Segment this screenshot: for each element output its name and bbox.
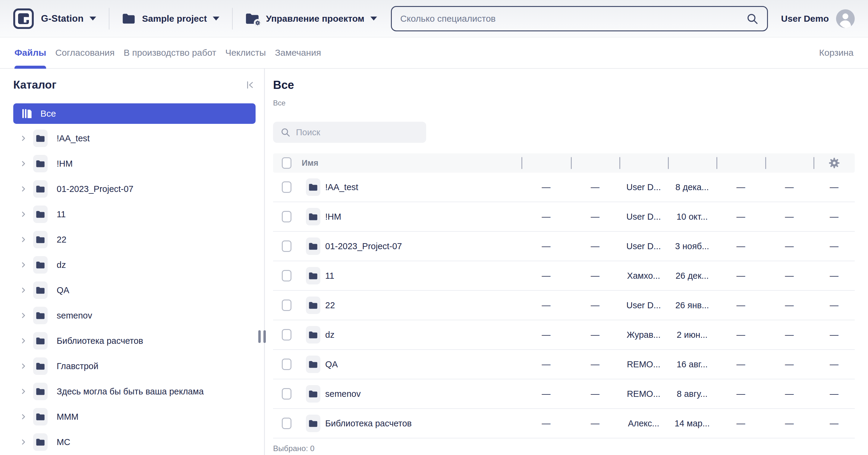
tree-folder-item[interactable]: Главстрой bbox=[13, 353, 255, 379]
global-search-input[interactable] bbox=[400, 13, 746, 24]
row-checkbox[interactable] bbox=[282, 211, 291, 222]
tab[interactable]: Чеклисты bbox=[225, 37, 266, 68]
row-cell-date: 3 нояб... bbox=[668, 241, 716, 251]
chevron-right-icon[interactable] bbox=[19, 286, 28, 294]
tree-folder-item[interactable]: МС bbox=[13, 429, 255, 455]
breadcrumb[interactable]: Все bbox=[273, 99, 855, 107]
tab[interactable]: Замечания bbox=[275, 37, 321, 68]
column-resize-handle[interactable] bbox=[716, 157, 717, 169]
row-cell: — bbox=[765, 271, 813, 281]
table-row[interactable]: semenov — — REMO... 8 авгу... — — — bbox=[273, 379, 855, 409]
table-row[interactable]: QA — — REMO... 16 авг... — — — bbox=[273, 350, 855, 379]
tree-folder-item[interactable]: !AA_test bbox=[13, 126, 255, 151]
search-icon[interactable] bbox=[746, 12, 758, 25]
chevron-right-icon[interactable] bbox=[19, 387, 28, 396]
tree-folder-item[interactable]: 11 bbox=[13, 202, 255, 227]
row-checkbox[interactable] bbox=[282, 388, 291, 399]
row-name[interactable]: QA bbox=[325, 359, 338, 369]
tree-folder-item[interactable]: dz bbox=[13, 252, 255, 278]
tree-folder-item[interactable]: semenov bbox=[13, 303, 255, 328]
chevron-right-icon[interactable] bbox=[19, 261, 28, 269]
chevron-right-icon[interactable] bbox=[19, 413, 28, 421]
chevron-right-icon[interactable] bbox=[19, 438, 28, 446]
row-checkbox[interactable] bbox=[282, 270, 291, 282]
column-resize-handle[interactable] bbox=[521, 157, 522, 169]
chevron-right-icon[interactable] bbox=[19, 311, 28, 320]
avatar[interactable] bbox=[836, 9, 855, 28]
gear-icon[interactable] bbox=[828, 156, 841, 170]
column-resize-handle[interactable] bbox=[813, 157, 814, 169]
tree-folder-item[interactable]: Здесь могла бы быть ваша реклама bbox=[13, 379, 255, 404]
row-cell: — bbox=[521, 271, 571, 281]
column-resize-handle[interactable] bbox=[571, 157, 572, 169]
chevron-right-icon[interactable] bbox=[19, 159, 28, 168]
tab[interactable]: В производство работ bbox=[124, 37, 216, 68]
table-row[interactable]: dz — — Журав... 2 июн... — — — bbox=[273, 320, 855, 350]
table-row[interactable]: !HM — — User D... 10 окт... — — — bbox=[273, 202, 855, 232]
tab[interactable]: Согласования bbox=[55, 37, 115, 68]
row-name[interactable]: 11 bbox=[325, 271, 334, 281]
row-name[interactable]: 01-2023_Project-07 bbox=[325, 241, 402, 251]
app-name: G-Station bbox=[41, 13, 84, 24]
row-cell-date: 14 мар... bbox=[668, 419, 716, 428]
chevron-right-icon[interactable] bbox=[19, 235, 28, 244]
collapse-panel-icon[interactable] bbox=[245, 79, 255, 90]
row-cell: — bbox=[571, 241, 619, 251]
row-name[interactable]: Библиотека расчетов bbox=[325, 419, 412, 428]
tab[interactable]: Файлы bbox=[14, 37, 46, 68]
folder-tree: !AA_test !HM bbox=[13, 126, 255, 455]
table-body: !AA_test — — User D... 8 дека... — — — bbox=[273, 173, 855, 438]
row-cell: — bbox=[521, 241, 571, 251]
chevron-down-icon[interactable] bbox=[90, 17, 96, 21]
chevron-right-icon[interactable] bbox=[19, 362, 28, 370]
chevron-right-icon[interactable] bbox=[19, 210, 28, 219]
table-row[interactable]: 22 — — User D... 26 янв... — — — bbox=[273, 291, 855, 320]
row-name[interactable]: semenov bbox=[325, 389, 361, 399]
table-row[interactable]: 01-2023_Project-07 — — User D... 3 нояб.… bbox=[273, 232, 855, 261]
files-search-input[interactable] bbox=[296, 127, 419, 137]
row-cell: — bbox=[813, 330, 855, 340]
row-cell: — bbox=[571, 419, 619, 428]
row-cell-owner: Хамхо... bbox=[619, 271, 668, 281]
row-name[interactable]: !HM bbox=[325, 212, 341, 222]
trash-link[interactable]: Корзина bbox=[819, 47, 854, 58]
g-station-logo-icon[interactable] bbox=[13, 8, 34, 29]
row-checkbox[interactable] bbox=[282, 182, 291, 193]
column-resize-handle[interactable] bbox=[668, 157, 669, 169]
folder-icon bbox=[309, 390, 318, 398]
tree-folder-item[interactable]: QA bbox=[13, 278, 255, 303]
table-column bbox=[521, 153, 571, 173]
chevron-right-icon[interactable] bbox=[19, 336, 28, 345]
chevron-right-icon[interactable] bbox=[19, 185, 28, 193]
row-checkbox[interactable] bbox=[282, 418, 291, 429]
column-resize-handle[interactable] bbox=[619, 157, 620, 169]
tree-folder-item[interactable]: 22 bbox=[13, 227, 255, 252]
column-header-name[interactable]: Имя bbox=[302, 159, 318, 168]
row-checkbox[interactable] bbox=[282, 299, 291, 311]
chevron-right-icon[interactable] bbox=[19, 134, 28, 142]
tree-folder-item[interactable]: МММ bbox=[13, 404, 255, 429]
table-row[interactable]: Библиотека расчетов — — Алекс... 14 мар.… bbox=[273, 409, 855, 438]
tree-folder-item[interactable]: Библиотека расчетов bbox=[13, 328, 255, 353]
row-checkbox[interactable] bbox=[282, 329, 291, 340]
row-checkbox[interactable] bbox=[282, 359, 291, 370]
folder-icon bbox=[309, 213, 318, 221]
tree-folder-item[interactable]: !HM bbox=[13, 151, 255, 176]
page-title: Все bbox=[273, 79, 855, 92]
module-selector[interactable]: Управление проектом bbox=[245, 13, 377, 24]
folder-icon bbox=[36, 312, 45, 319]
project-selector[interactable]: Sample project bbox=[122, 13, 219, 24]
select-all-checkbox[interactable] bbox=[282, 157, 291, 169]
table-row[interactable]: 11 — — Хамхо... 26 дек... — — — bbox=[273, 261, 855, 291]
row-cell: — bbox=[765, 330, 813, 340]
folder-icon-chip bbox=[33, 130, 48, 147]
row-name[interactable]: 22 bbox=[325, 300, 335, 311]
row-name[interactable]: !AA_test bbox=[325, 182, 358, 192]
user-menu[interactable]: User Demo bbox=[781, 9, 855, 28]
tree-folder-item[interactable]: 01-2023_Project-07 bbox=[13, 176, 255, 202]
sidebar-item-all[interactable]: Все bbox=[13, 103, 255, 124]
row-name[interactable]: dz bbox=[325, 330, 335, 340]
table-row[interactable]: !AA_test — — User D... 8 дека... — — — bbox=[273, 173, 855, 202]
row-checkbox[interactable] bbox=[282, 240, 291, 252]
column-resize-handle[interactable] bbox=[765, 157, 766, 169]
